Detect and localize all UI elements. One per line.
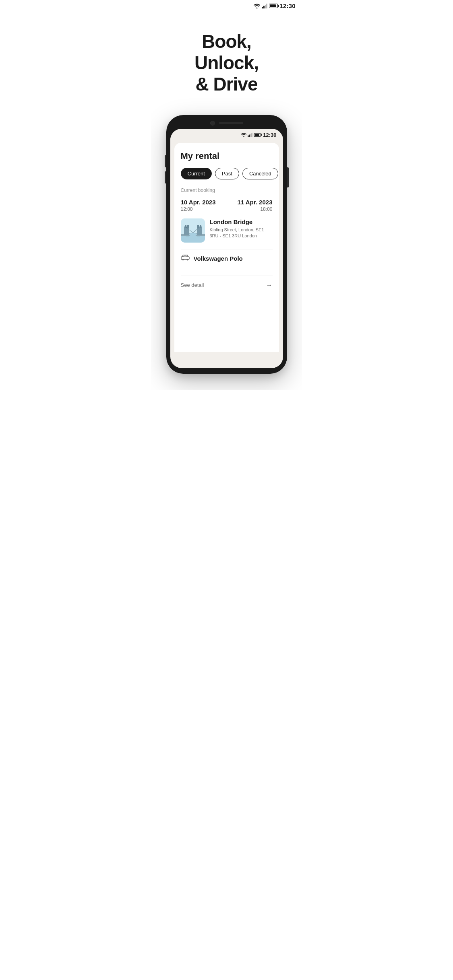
screen-content: My rental Current Past Canceled Current … bbox=[174, 143, 279, 352]
svg-point-20 bbox=[189, 233, 197, 236]
tab-canceled[interactable]: Canceled bbox=[242, 168, 278, 179]
car-name: Volkswagen Polo bbox=[194, 255, 243, 262]
status-icons: 12:30 bbox=[254, 2, 296, 9]
svg-rect-5 bbox=[249, 135, 250, 137]
start-date-block: 10 Apr. 2023 12:00 bbox=[181, 199, 216, 212]
section-label: Current booking bbox=[181, 187, 273, 193]
volume-down-button bbox=[165, 171, 166, 183]
wifi-icon bbox=[254, 4, 260, 8]
inner-status-time: 12:30 bbox=[263, 132, 276, 138]
inner-battery-icon bbox=[254, 133, 261, 137]
hero-section: Book,Unlock,& Drive bbox=[151, 11, 302, 107]
hero-title: Book,Unlock,& Drive bbox=[159, 31, 294, 95]
car-icon bbox=[181, 254, 190, 263]
phone-wrapper: 12:30 My rental Current Past Canceled Cu… bbox=[151, 115, 302, 390]
tab-filters: Current Past Canceled bbox=[181, 168, 273, 179]
inner-wifi-icon bbox=[241, 133, 246, 137]
svg-point-24 bbox=[182, 259, 184, 260]
start-time: 12:00 bbox=[181, 206, 216, 212]
phone-screen: 12:30 My rental Current Past Canceled Cu… bbox=[170, 129, 283, 368]
svg-rect-16 bbox=[200, 225, 201, 228]
svg-rect-6 bbox=[250, 134, 252, 137]
power-button bbox=[287, 167, 289, 187]
location-name: London Bridge bbox=[210, 218, 273, 225]
tab-past[interactable]: Past bbox=[215, 168, 239, 179]
see-detail-label: See detail bbox=[181, 282, 204, 288]
inner-signal-icon bbox=[248, 133, 252, 137]
svg-point-25 bbox=[186, 259, 188, 260]
arrow-right-icon: → bbox=[266, 282, 273, 289]
phone-top-bar bbox=[170, 121, 283, 126]
london-bridge-illustration bbox=[181, 218, 205, 243]
speaker bbox=[219, 122, 243, 124]
svg-rect-22 bbox=[197, 236, 200, 237]
svg-rect-13 bbox=[185, 225, 186, 228]
svg-rect-9 bbox=[181, 235, 205, 243]
location-info: London Bridge Kipling Street, London, SE… bbox=[210, 218, 273, 239]
inner-status-bar: 12:30 bbox=[170, 129, 283, 140]
rental-page-title: My rental bbox=[181, 151, 273, 161]
phone-mockup: 12:30 My rental Current Past Canceled Cu… bbox=[166, 115, 287, 374]
svg-rect-3 bbox=[266, 4, 267, 8]
svg-rect-0 bbox=[262, 7, 263, 8]
booking-card: 10 Apr. 2023 12:00 11 Apr. 2023 18:00 bbox=[181, 199, 273, 291]
dates-row: 10 Apr. 2023 12:00 11 Apr. 2023 18:00 bbox=[181, 199, 273, 212]
tab-current[interactable]: Current bbox=[181, 168, 212, 179]
battery-icon bbox=[269, 4, 278, 8]
location-row: London Bridge Kipling Street, London, SE… bbox=[181, 218, 273, 243]
location-thumbnail bbox=[181, 218, 205, 243]
start-date: 10 Apr. 2023 bbox=[181, 199, 216, 206]
svg-rect-4 bbox=[248, 136, 249, 137]
svg-rect-14 bbox=[187, 225, 189, 228]
car-row: Volkswagen Polo bbox=[181, 249, 273, 268]
front-camera bbox=[210, 121, 215, 126]
svg-rect-2 bbox=[265, 5, 266, 8]
end-date: 11 Apr. 2023 bbox=[237, 199, 272, 206]
end-date-block: 11 Apr. 2023 18:00 bbox=[237, 199, 272, 212]
svg-rect-1 bbox=[263, 6, 265, 8]
inner-status-icons bbox=[241, 133, 261, 137]
status-time: 12:30 bbox=[279, 2, 296, 9]
signal-icon bbox=[262, 4, 267, 8]
svg-rect-23 bbox=[181, 257, 189, 259]
status-bar: 12:30 bbox=[151, 0, 302, 11]
see-detail-row[interactable]: See detail → bbox=[181, 276, 273, 291]
volume-up-button bbox=[165, 155, 166, 167]
location-address: Kipling Street, London, SE1 3RU - SE1 3R… bbox=[210, 227, 273, 239]
svg-rect-7 bbox=[252, 133, 253, 137]
phone-bottom-area bbox=[174, 352, 279, 368]
svg-rect-21 bbox=[186, 236, 189, 237]
end-time: 18:00 bbox=[237, 206, 272, 212]
svg-rect-26 bbox=[184, 255, 186, 257]
